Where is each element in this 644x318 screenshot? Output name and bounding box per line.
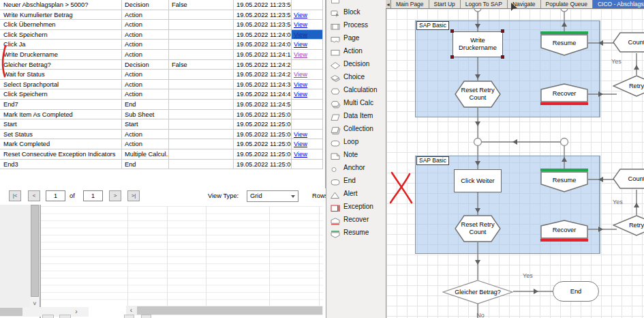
palette-item-resume[interactable]: Resume (326, 226, 386, 239)
selection-handle[interactable] (450, 55, 454, 59)
tab-start-up[interactable]: Start Up (429, 0, 461, 9)
palette-item-choice[interactable]: Choice (326, 70, 386, 83)
table-row[interactable]: Reset Consecutive Exception Indicators M… (0, 149, 323, 160)
app-window: Neuer Abschlagsplan > 5000? Decision Fal… (0, 0, 644, 318)
palette-item-multi-calc[interactable]: Multi Calc (326, 96, 386, 109)
of-label: of (70, 192, 75, 199)
tab-main-page[interactable]: Main Page (391, 0, 429, 9)
palette-item-collection[interactable]: Collection (326, 122, 386, 135)
rows-per-page-label: Rows P (312, 192, 326, 199)
view-type-dropdown[interactable]: Grid (247, 190, 298, 202)
horizontal-scrollbar[interactable]: ‹ (126, 306, 323, 315)
view-link[interactable]: View (294, 141, 307, 147)
block-label: SAP Basic (416, 21, 449, 30)
selection-handle[interactable] (450, 29, 454, 33)
partial-button[interactable] (59, 315, 71, 318)
prev-page-button[interactable]: < (28, 190, 40, 201)
end-icon (330, 177, 341, 184)
table-row[interactable]: Click Speichern Action 19.05.2022 11:24:… (0, 89, 323, 100)
selection-handle[interactable] (501, 29, 504, 33)
view-link[interactable]: View (294, 91, 307, 98)
view-link[interactable]: View (294, 21, 307, 28)
partial-tool-icon (331, 0, 339, 3)
partial-button[interactable] (141, 315, 151, 318)
table-row[interactable]: Wait for Status Action 19.05.2022 11:24:… (0, 70, 323, 80)
table-row[interactable]: Write Druckername Action 19.05.2022 11:2… (0, 50, 323, 60)
total-pages-input[interactable]: 1 (83, 190, 103, 201)
table-row[interactable]: Click Ja Action 19.05.2022 11:24:07 View (0, 40, 323, 50)
palette-item-note[interactable]: Note (326, 148, 386, 161)
partial-button[interactable] (124, 315, 134, 318)
table-row[interactable]: End3 End 19.05.2022 11:25:00 (0, 160, 323, 170)
table-row[interactable]: Mark Item As Completed Sub Sheet 19.05.2… (0, 110, 323, 120)
view-link[interactable]: View (294, 12, 307, 18)
view-link[interactable]: View (294, 71, 307, 78)
palette-item-alert[interactable]: Alert (326, 187, 386, 200)
palette-item-exception[interactable]: Exception (326, 200, 386, 213)
log-panel: Neuer Abschlagsplan > 5000? Decision Fal… (0, 0, 326, 318)
next-page-button[interactable]: > (109, 190, 121, 201)
stage-end[interactable]: End (553, 281, 599, 302)
scrollbar-thumb[interactable] (0, 308, 22, 316)
table-row[interactable]: Write Kumulierter Betrag Action 19.05.20… (0, 10, 323, 20)
palette-item-loop[interactable]: Loop (326, 135, 386, 148)
table-row[interactable]: Select Sprachportal Action 19.05.2022 11… (0, 80, 323, 90)
loop-icon (330, 138, 341, 145)
stage-write-druckername[interactable]: Write Druckername (453, 31, 503, 57)
no-label: No (474, 312, 487, 318)
stage-click-weiter[interactable]: Click Weiter (454, 169, 502, 192)
palette-item-data-item[interactable]: Data Item (326, 109, 386, 122)
view-link[interactable]: View (294, 41, 307, 48)
scrollbar-thumb[interactable] (31, 205, 39, 297)
grid-vline (269, 206, 270, 306)
vertical-scrollbar[interactable]: ˅ (30, 205, 40, 310)
last-page-button[interactable]: >| (127, 190, 140, 201)
partial-button[interactable] (42, 315, 54, 318)
chevron-down-icon (291, 195, 295, 198)
table-row[interactable]: End7 End 19.05.2022 11:24:58 (0, 100, 323, 110)
table-row[interactable]: Start Start 19.05.2022 11:25:00 (0, 119, 323, 130)
exception-icon (330, 203, 341, 210)
tab-populate-queue[interactable]: Populate Queue (541, 0, 593, 9)
view-link[interactable]: View (294, 151, 307, 158)
palette-item-process[interactable]: Process (326, 18, 386, 31)
table-row[interactable]: Click Übernehmen Action 19.05.2022 11:23… (0, 20, 323, 30)
scrollbar-thumb[interactable] (137, 306, 322, 315)
table-row[interactable]: Set Status Action 19.05.2022 11:25:00 Vi… (0, 130, 323, 140)
recover-red-bar (540, 102, 588, 105)
yes-label: Yes (611, 58, 622, 65)
palette-item-decision[interactable]: Decision (326, 57, 386, 70)
tab-scroll-left-button[interactable]: ◄ (386, 0, 391, 9)
grid-vline (319, 206, 320, 306)
view-link[interactable]: View (294, 131, 307, 138)
empty-grid (41, 206, 323, 306)
alert-icon (330, 190, 341, 197)
table-row[interactable]: Mark Completed Action 19.05.2022 11:25:0… (0, 139, 323, 149)
scroll-right-arrow-icon[interactable]: › (70, 307, 82, 317)
palette-item-end[interactable]: End (326, 174, 386, 187)
palette-item-calculation[interactable]: Calculation (326, 83, 386, 96)
table-row-selected[interactable]: Click Speichern Action 19.05.2022 11:24:… (0, 30, 323, 40)
tab-logon-to-sap[interactable]: Logon To SAP (461, 0, 508, 9)
tab-navigate[interactable]: Navigate (508, 0, 541, 9)
recover-red-bar (540, 239, 588, 242)
data-item-icon (330, 112, 341, 119)
tab-cico-abschlagsplan[interactable]: CICO - Abschlagsplan (593, 0, 644, 9)
palette-item-block[interactable]: Block (326, 5, 386, 18)
view-link[interactable]: View (294, 51, 307, 58)
view-link[interactable]: View (294, 81, 307, 88)
selection-handle[interactable] (501, 55, 504, 59)
palette-item-anchor[interactable]: Anchor (326, 161, 386, 174)
process-canvas[interactable]: SAP Basic SAP Basic (386, 9, 644, 318)
palette-item-recover[interactable]: Recover (326, 213, 386, 226)
scroll-left-arrow-icon[interactable]: ‹ (126, 306, 136, 315)
page-tab-bar: ◄ Main Page Start Up Logon To SAP Naviga… (386, 0, 644, 9)
page-number-input[interactable]: 1 (46, 190, 65, 201)
pagination-bar: |< < 1 of 1 > >| View Type: Grid Rows P (0, 188, 326, 206)
table-row[interactable]: Gleicher Betrag? Decision False 19.05.20… (0, 60, 323, 70)
table-row[interactable]: Neuer Abschlagsplan > 5000? Decision Fal… (0, 0, 323, 10)
view-link[interactable]: View (294, 31, 307, 38)
palette-item-page[interactable]: Page (326, 31, 386, 44)
first-page-button[interactable]: |< (9, 190, 21, 201)
palette-item-action[interactable]: Action (326, 44, 386, 57)
